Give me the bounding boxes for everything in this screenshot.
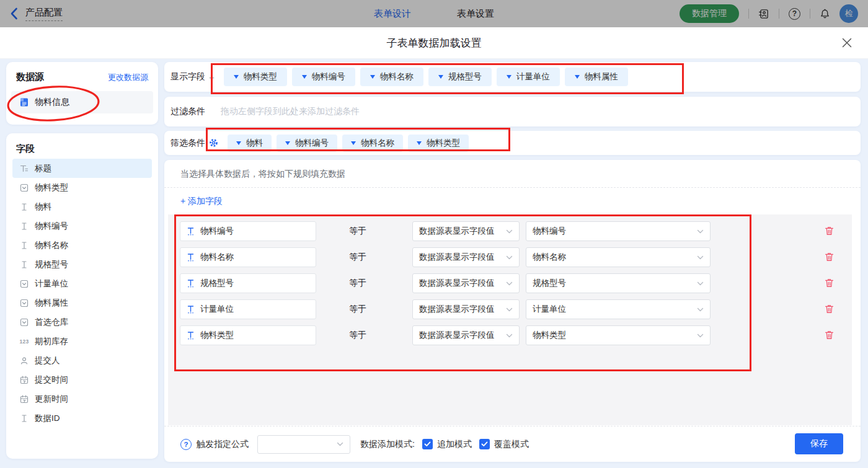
checkbox-append-mode[interactable] — [422, 439, 433, 449]
trash-icon[interactable] — [824, 304, 835, 314]
caret-down-icon — [370, 75, 375, 79]
screen-condition-row: 筛选条件 物料 物料编号 物料名称 物料类型 — [164, 131, 861, 155]
rule-row: 计量单位 等于 数据源表显示字段值 计量单位 — [168, 299, 852, 319]
caret-down-icon — [575, 75, 580, 79]
trash-icon[interactable] — [824, 226, 835, 236]
rule-row: 物料类型 等于 数据源表显示字段值 物料类型 — [168, 325, 852, 345]
screen-field-tag[interactable]: 物料 — [228, 135, 272, 152]
text-icon — [187, 253, 195, 262]
field-item[interactable]: 计量单位 — [12, 274, 152, 293]
help-icon[interactable]: ? — [180, 439, 192, 450]
divider — [748, 9, 749, 19]
field-item[interactable]: 物料编号 — [12, 216, 152, 236]
save-button[interactable]: 保存 — [795, 433, 843, 454]
add-display-field-icon[interactable]: + — [209, 72, 215, 82]
display-fields-label: 显示字段 — [170, 71, 205, 82]
rule-field-select[interactable]: 物料类型 — [180, 325, 316, 345]
screen-field-tag[interactable]: 物料类型 — [408, 135, 469, 152]
source-field-select[interactable]: 计量单位 — [526, 299, 711, 319]
divider — [779, 9, 779, 19]
screen-condition-label: 筛选条件 — [170, 138, 205, 149]
display-field-tag[interactable]: 物料编号 — [292, 68, 355, 86]
source-field-select[interactable]: 物料类型 — [526, 325, 711, 345]
tab-form-design[interactable]: 表单设计 — [374, 8, 411, 20]
app-header: 产品配置 表单设计 表单设置 数据管理 ? — [0, 0, 868, 27]
help-icon[interactable]: ? — [789, 8, 800, 20]
source-field-select[interactable]: 物料名称 — [526, 247, 711, 267]
check-icon — [424, 441, 431, 447]
rule-row: 规格型号 等于 数据源表显示字段值 规格型号 — [168, 273, 852, 293]
screen-field-tag[interactable]: 物料名称 — [342, 135, 403, 152]
field-item[interactable]: 首选仓库 — [12, 312, 152, 332]
bell-icon[interactable] — [820, 8, 830, 19]
text-icon — [187, 227, 195, 236]
field-item[interactable]: 提交人 — [12, 351, 152, 370]
chevron-down-icon — [697, 333, 704, 338]
data-manage-button[interactable]: 数据管理 — [680, 4, 739, 23]
chevron-down-icon — [337, 442, 343, 446]
divider — [164, 187, 861, 188]
add-field-button[interactable]: + 添加字段 — [164, 188, 251, 214]
formula-select[interactable] — [257, 435, 350, 454]
source-type-select[interactable]: 数据源表显示字段值 — [412, 221, 520, 241]
source-field-select[interactable]: 规格型号 — [526, 273, 711, 293]
field-item-title[interactable]: 标题 — [12, 159, 152, 178]
field-item[interactable]: 规格型号 — [12, 255, 152, 274]
display-field-tag[interactable]: 物料属性 — [565, 68, 628, 86]
chevron-down-icon — [697, 255, 704, 260]
gear-icon[interactable] — [209, 138, 218, 148]
caret-down-icon — [417, 141, 422, 145]
close-icon[interactable] — [842, 38, 852, 50]
caret-down-icon — [236, 141, 241, 145]
chevron-down-icon — [506, 333, 513, 338]
field-item[interactable]: 物料名称 — [12, 236, 152, 255]
fill-rules-panel: 当选择具体数据后，将按如下规则填充数据 + 添加字段 物料编号 等于 数据源表显… — [164, 160, 861, 462]
tab-form-settings[interactable]: 表单设置 — [457, 8, 494, 20]
field-item[interactable]: 123期初库存 — [12, 332, 152, 351]
text-icon — [187, 279, 195, 288]
display-field-tag[interactable]: 物料名称 — [360, 68, 423, 86]
field-item[interactable]: 物料属性 — [12, 293, 152, 312]
filter-condition-row[interactable]: 过滤条件 拖动左侧字段到此处来添加过滤条件 — [164, 97, 861, 126]
trash-icon[interactable] — [824, 278, 835, 288]
display-field-tag[interactable]: 计量单位 — [497, 68, 560, 86]
change-datasource-link[interactable]: 更改数据源 — [108, 72, 148, 83]
contacts-icon[interactable] — [758, 9, 769, 19]
overwrite-mode-label: 覆盖模式 — [494, 439, 529, 450]
source-field-select[interactable]: 物料编号 — [526, 221, 711, 241]
rule-field-select[interactable]: 规格型号 — [180, 273, 316, 293]
operator-label: 等于 — [349, 278, 366, 289]
rule-field-select[interactable]: 物料编号 — [180, 221, 316, 241]
trash-icon[interactable] — [824, 330, 835, 340]
text-icon — [19, 203, 29, 211]
field-item[interactable]: 物料 — [12, 197, 152, 216]
rule-field-select[interactable]: 计量单位 — [180, 299, 316, 319]
operator-label: 等于 — [349, 330, 366, 341]
chevron-down-icon — [697, 307, 704, 312]
display-field-tag[interactable]: 规格型号 — [428, 68, 492, 86]
select-icon — [19, 299, 29, 307]
calendar-icon — [19, 395, 29, 404]
checkbox-overwrite-mode[interactable] — [479, 439, 490, 449]
source-type-select[interactable]: 数据源表显示字段值 — [412, 325, 520, 345]
source-type-select[interactable]: 数据源表显示字段值 — [412, 247, 520, 267]
field-item[interactable]: 物料类型 — [12, 178, 152, 197]
rule-field-select[interactable]: 物料名称 — [180, 247, 316, 267]
source-type-select[interactable]: 数据源表显示字段值 — [412, 273, 520, 293]
trash-icon[interactable] — [824, 252, 835, 262]
chevron-down-icon — [506, 255, 513, 260]
chevron-down-icon — [697, 229, 704, 234]
select-icon — [19, 318, 29, 327]
filter-drop-placeholder: 拖动左侧字段到此处来添加过滤条件 — [221, 106, 360, 117]
display-field-tag[interactable]: 物料类型 — [224, 68, 287, 86]
field-item[interactable]: 数据ID — [12, 408, 152, 428]
screen-field-tag[interactable]: 物料编号 — [277, 135, 337, 152]
check-icon — [481, 441, 488, 447]
field-item[interactable]: 提交时间 — [12, 370, 152, 389]
source-type-select[interactable]: 数据源表显示字段值 — [412, 299, 520, 319]
document-icon — [19, 97, 29, 107]
text-icon — [187, 305, 195, 314]
field-item[interactable]: 更新时间 — [12, 389, 152, 408]
avatar[interactable]: 检 — [839, 4, 858, 23]
datasource-item[interactable]: 物料信息 — [11, 91, 153, 113]
